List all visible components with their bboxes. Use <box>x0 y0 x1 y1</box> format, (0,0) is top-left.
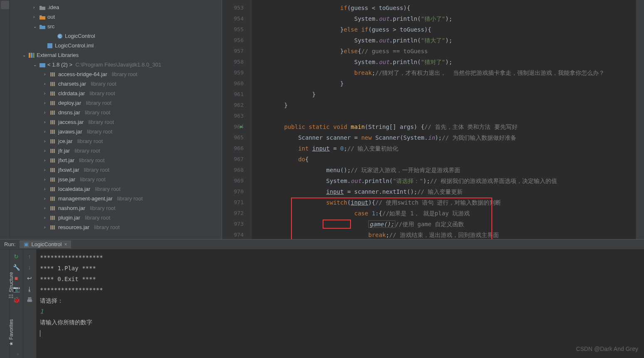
jar-icon <box>50 158 57 163</box>
tree-arrow-icon[interactable]: › <box>44 148 49 153</box>
svg-rect-40 <box>50 178 52 182</box>
code-line: break;// 游戏结束，退出游戏，回到游戏主界面 <box>256 230 636 239</box>
tree-arrow-icon[interactable]: › <box>44 206 49 211</box>
down-arrow-icon[interactable]: ↓ <box>26 264 33 271</box>
tree-item-hint: library root <box>85 119 114 125</box>
tree-item[interactable]: ›deploy.jar library root <box>10 98 222 108</box>
gutter-line: 970 <box>222 186 244 197</box>
tree-item[interactable]: ⌄< 1.8 (2) > C:\Program Files\Java\jdk1.… <box>10 60 222 69</box>
tree-arrow-icon[interactable]: › <box>44 110 49 115</box>
tree-arrow-icon[interactable]: ⌄ <box>22 53 27 58</box>
tree-arrow-icon[interactable]: › <box>44 120 49 125</box>
code-line: case 1:{//如果是 1， 就是play 玩游戏 <box>256 208 636 219</box>
tree-item-hint: library root <box>72 148 100 154</box>
tree-arrow-icon[interactable]: › <box>44 168 49 173</box>
favorites-tool-button[interactable]: ★ Favorites <box>8 319 14 346</box>
tree-item[interactable]: ›jfxrt.jar library root <box>10 156 222 165</box>
tree-arrow-icon[interactable]: › <box>44 139 49 144</box>
run-tab-title: LogicControl <box>31 241 62 247</box>
tree-arrow-icon[interactable]: › <box>44 177 49 182</box>
up-arrow-icon[interactable]: ↑ <box>26 253 33 260</box>
gutter-line: 956 <box>222 35 244 46</box>
svg-rect-52 <box>50 216 52 220</box>
tree-item[interactable]: ›jce.jar library root <box>10 136 222 146</box>
project-tool-button[interactable] <box>1 1 9 9</box>
tree-item[interactable]: ›nashorn.jar library root <box>10 203 222 213</box>
run-tab-active[interactable]: ▣ LogicControl × <box>20 240 71 248</box>
tree-item[interactable]: ›plugin.jar library root <box>10 213 222 222</box>
tree-item[interactable]: ›access-bridge-64.jar library root <box>10 69 222 79</box>
code-line: public static void main(String[] args) {… <box>256 121 636 132</box>
tree-item[interactable]: ›out <box>10 12 222 22</box>
svg-rect-54 <box>54 216 55 220</box>
tree-arrow-icon[interactable]: › <box>44 101 49 106</box>
tree-item[interactable]: ›localedata.jar library root <box>10 184 222 194</box>
structure-tool-button[interactable]: ☷ Structure <box>8 272 14 299</box>
gutter-line: 971 <box>222 197 244 208</box>
svg-rect-36 <box>54 158 55 163</box>
folder-icon <box>39 14 46 20</box>
jar-icon <box>50 186 57 192</box>
watermark: CSDN @Dark And Grey <box>576 346 638 352</box>
tree-item[interactable]: ›javaws.jar library root <box>10 127 222 136</box>
tree-arrow-icon[interactable]: ⌄ <box>33 62 38 67</box>
gutter-line: 968 <box>222 165 244 175</box>
tree-item[interactable]: LogicControl.iml <box>10 41 222 50</box>
editor-area: 953954955956957958959960961962963964▶965… <box>222 0 636 239</box>
tree-item[interactable]: ›jfr.jar library root <box>10 146 222 156</box>
console-caret-line[interactable] <box>40 328 641 338</box>
tree-arrow-icon[interactable]: › <box>44 129 49 134</box>
svg-rect-17 <box>52 101 53 105</box>
tree-arrow-icon[interactable]: › <box>44 158 49 163</box>
code-line: } <box>256 89 636 100</box>
tree-item[interactable]: ⌄src <box>10 22 222 31</box>
tree-arrow-icon[interactable]: › <box>44 81 49 86</box>
gutter-line: 958 <box>222 57 244 67</box>
tree-arrow-icon[interactable]: › <box>44 187 49 192</box>
tree-item[interactable]: ›dnsns.jar library root <box>10 108 222 117</box>
jar-icon <box>50 148 57 154</box>
tree-arrow-icon[interactable]: › <box>33 15 38 20</box>
project-tree[interactable]: ›.idea›out⌄srcCLogicControlLogicControl.… <box>10 0 222 239</box>
code-area[interactable]: if(guess < toGuess){ System.out.println(… <box>252 0 636 239</box>
gutter-line: 974 <box>222 230 244 240</box>
tree-item[interactable]: ›jfxswt.jar library root <box>10 165 222 175</box>
run-gutter-icon[interactable]: ▶ <box>240 121 243 132</box>
tree-item-label: jfxswt.jar <box>58 167 79 173</box>
code-line: System.out.println("猜小了"); <box>256 13 636 24</box>
tree-item[interactable]: CLogicControl <box>10 31 222 41</box>
tree-item-label: jaccess.jar <box>58 119 84 125</box>
tree-item[interactable]: ›management-agent.jar library root <box>10 194 222 203</box>
tree-arrow-icon[interactable]: › <box>33 5 38 10</box>
tree-item[interactable]: ›charsets.jar library root <box>10 79 222 89</box>
tree-item[interactable]: ›cldrdata.jar library root <box>10 89 222 98</box>
tree-arrow-icon[interactable]: › <box>44 91 49 96</box>
tree-arrow-icon[interactable]: ⌄ <box>33 24 38 29</box>
tree-item[interactable]: ›jsse.jar library root <box>10 175 222 184</box>
svg-rect-18 <box>54 101 55 105</box>
console-output[interactable]: ********************** 1.Play ******** 0… <box>37 249 644 358</box>
code-line: }else{// guess == toGuess <box>256 46 636 57</box>
print-icon[interactable]: 🖶 <box>26 296 33 304</box>
tree-item[interactable]: ⌄External Libraries <box>10 50 222 60</box>
tree-item-hint: library root <box>84 128 113 135</box>
tree-arrow-icon[interactable]: › <box>44 196 49 201</box>
jar-icon <box>50 225 57 230</box>
tree-item[interactable]: ›resources.jar library root <box>10 222 222 232</box>
tree-arrow-icon[interactable]: › <box>44 215 49 220</box>
tree-item[interactable]: ›.idea <box>10 2 222 12</box>
code-line: switch(input){// 使用switch 语句 进行，对输入数据的判断 <box>256 197 636 208</box>
gutter-line: 963 <box>222 111 244 121</box>
tree-item[interactable]: ›jaccess.jar library root <box>10 117 222 127</box>
close-icon[interactable]: × <box>64 242 67 247</box>
tree-arrow-icon[interactable]: › <box>44 72 49 77</box>
rerun-icon[interactable]: ↻ <box>12 253 20 260</box>
wrap-icon[interactable]: ↩ <box>26 274 33 282</box>
jar-icon <box>50 196 57 202</box>
tree-arrow-icon[interactable]: › <box>44 225 49 230</box>
svg-rect-43 <box>50 187 52 191</box>
gutter-line: 967 <box>222 154 244 165</box>
wrench-icon[interactable]: 🔧 <box>12 264 20 271</box>
scroll-icon[interactable]: ⭳ <box>26 285 33 293</box>
svg-rect-8 <box>52 72 53 77</box>
